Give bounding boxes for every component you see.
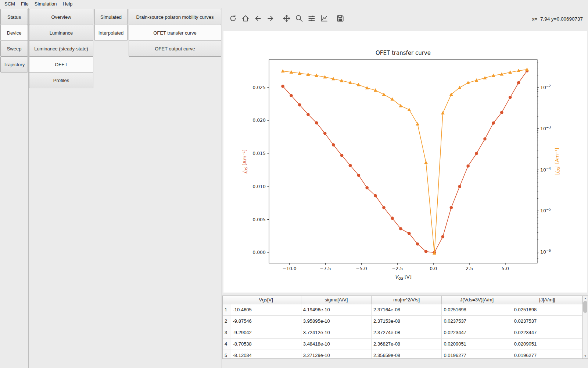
subplot-settings-button[interactable]	[306, 13, 317, 24]
column-header-j-a-m[interactable]: |J[A/m]|	[512, 296, 582, 304]
pan-button[interactable]	[281, 13, 292, 24]
menu-file[interactable]: File	[19, 0, 32, 7]
svg-text:0.025: 0.025	[252, 85, 266, 90]
axes-edit-button[interactable]	[318, 13, 330, 24]
svg-text:10−3: 10−3	[540, 125, 551, 131]
svg-text:0.015: 0.015	[252, 151, 266, 156]
table-cell[interactable]: 0.0196277	[512, 350, 582, 359]
svg-text:−5.0: −5.0	[356, 266, 367, 271]
scrollbar-thumb[interactable]	[583, 301, 587, 313]
svg-text:OFET transfer curve: OFET transfer curve	[376, 50, 431, 56]
table-cell[interactable]: 0.0223447	[512, 327, 582, 338]
svg-text:10−4: 10−4	[540, 167, 551, 173]
nav-column-device: OverviewLuminanceLuminance (steady-state…	[29, 8, 94, 368]
nav-item-ofet-output-curve[interactable]: OFET output curve	[129, 40, 221, 57]
column-header-sigma-a-v[interactable]: sigma[A/V]	[301, 296, 371, 304]
table-cell[interactable]: -9.87546	[231, 315, 301, 327]
row-number: 5	[223, 350, 231, 359]
menu-scm[interactable]: SCM	[2, 0, 19, 7]
table-cell[interactable]: 3.48418e-10	[301, 338, 371, 350]
nav-column-plots: Drain-source polaron mobility curvesOFET…	[128, 8, 222, 368]
refresh-button[interactable]	[227, 13, 239, 24]
forward-icon	[266, 14, 275, 22]
nav-item-trajectory[interactable]: Trajectory	[0, 56, 28, 72]
nav-item-interpolated[interactable]: Interpolated	[94, 25, 128, 41]
column-header-mu-m-2-v-s[interactable]: mu[m^2/V/s]	[372, 296, 442, 304]
nav-item-luminance[interactable]: Luminance	[29, 25, 93, 41]
svg-text:10−6: 10−6	[540, 249, 551, 255]
nav-item-drain-source-polaron-mobility-curves[interactable]: Drain-source polaron mobility curves	[129, 9, 221, 25]
table-cell[interactable]: 0.0237537	[442, 315, 512, 327]
nav-item-profiles[interactable]: Profiles	[29, 72, 93, 88]
table-cell[interactable]: 3.27129e-10	[301, 350, 371, 359]
row-number: 2	[223, 315, 231, 327]
save-icon	[336, 14, 344, 22]
nav-item-device[interactable]: Device	[0, 25, 28, 41]
table-cell[interactable]: 0.0237537	[512, 315, 582, 327]
subplot-settings-icon	[308, 14, 316, 22]
menu-help[interactable]: Help	[61, 0, 76, 7]
axes-edit-icon	[320, 14, 328, 22]
nav-item-luminance-steady-state[interactable]: Luminance (steady-state)	[29, 40, 93, 57]
table-cell[interactable]: 2.37164e-08	[372, 304, 442, 315]
table-cell[interactable]: 4.19496e-10	[301, 304, 371, 315]
row-number: 4	[223, 338, 231, 350]
table-scrollbar[interactable]: ▲ ▼	[582, 296, 588, 358]
scroll-up-arrow-icon[interactable]: ▲	[583, 296, 588, 301]
save-button[interactable]	[334, 13, 346, 24]
nav-item-simulated[interactable]: Simulated	[94, 9, 128, 25]
table-cell[interactable]: -10.4605	[231, 304, 301, 315]
svg-text:−7.5: −7.5	[320, 266, 331, 271]
svg-text:JDS [Am⁻¹]: JDS [Am⁻¹]	[242, 149, 248, 174]
home-icon	[241, 14, 250, 22]
row-number: 1	[223, 304, 231, 315]
back-button[interactable]	[252, 13, 263, 24]
table-cell[interactable]: 0.0209051	[442, 338, 512, 350]
table-cell[interactable]: 2.36827e-08	[372, 338, 442, 350]
ofet-transfer-curve-chart[interactable]: −10.0−7.5−5.0−2.50.02.55.00.0000.0050.01…	[223, 31, 587, 293]
table-cell[interactable]: 0.0223447	[442, 327, 512, 338]
back-icon	[254, 14, 262, 22]
table-corner-cell	[223, 296, 231, 304]
table-cell[interactable]: 0.0251698	[442, 304, 512, 315]
svg-text:0.010: 0.010	[252, 184, 266, 189]
plot-panel: −10.0−7.5−5.0−2.50.02.55.00.0000.0050.01…	[223, 31, 587, 293]
nav-item-ofet[interactable]: OFET	[29, 56, 93, 72]
nav-item-status[interactable]: Status	[0, 9, 28, 25]
nav-item-sweep[interactable]: Sweep	[0, 40, 28, 57]
table-cell[interactable]: -9.29042	[231, 327, 301, 338]
column-header-j-vds-3v-a-m[interactable]: J(Vds=3V)[A/m]	[442, 296, 512, 304]
menu-simulation[interactable]: Simulation	[32, 0, 61, 7]
svg-text:0.000: 0.000	[252, 250, 266, 255]
nav-item-ofet-transfer-curve[interactable]: OFET transfer curve	[129, 25, 221, 41]
table-row: 1-10.46054.19496e-102.37164e-080.0251698…	[223, 304, 582, 315]
table-cell[interactable]: 2.35659e-08	[372, 350, 442, 359]
refresh-icon	[229, 14, 237, 22]
table-cell[interactable]: 3.72412e-10	[301, 327, 371, 338]
data-table-panel: Vgs[V]sigma[A/V]mu[m^2/V/s]J(Vds=3V)[A/m…	[222, 296, 588, 359]
home-button[interactable]	[240, 13, 251, 24]
table-cell[interactable]: 0.0196277	[442, 350, 512, 359]
svg-text:0.020: 0.020	[252, 117, 266, 123]
plot-toolbar	[227, 13, 346, 24]
menubar: SCMFileSimulationHelp	[0, 0, 588, 8]
svg-text:10−5: 10−5	[540, 208, 551, 213]
scroll-down-arrow-icon[interactable]: ▼	[583, 354, 588, 358]
table-cell[interactable]: 2.37274e-08	[372, 327, 442, 338]
svg-text:0.0: 0.0	[430, 266, 437, 271]
column-header-vgs-v[interactable]: Vgs[V]	[231, 296, 301, 304]
row-number: 3	[223, 327, 231, 338]
forward-button[interactable]	[265, 13, 276, 24]
zoom-icon	[295, 14, 303, 22]
nav-item-overview[interactable]: Overview	[29, 9, 93, 25]
zoom-button[interactable]	[293, 13, 305, 24]
table-cell[interactable]: 0.0209051	[512, 338, 582, 350]
svg-text:−2.5: −2.5	[392, 266, 403, 271]
table-cell[interactable]: 3.95895e-10	[301, 315, 371, 327]
svg-text:0.005: 0.005	[252, 217, 266, 222]
table-cell[interactable]: 0.0251698	[512, 304, 582, 315]
table-header-row: Vgs[V]sigma[A/V]mu[m^2/V/s]J(Vds=3V)[A/m…	[223, 296, 582, 304]
table-cell[interactable]: -8.70538	[231, 338, 301, 350]
table-cell[interactable]: -8.12034	[231, 350, 301, 359]
table-cell[interactable]: 2.37153e-08	[372, 315, 442, 327]
